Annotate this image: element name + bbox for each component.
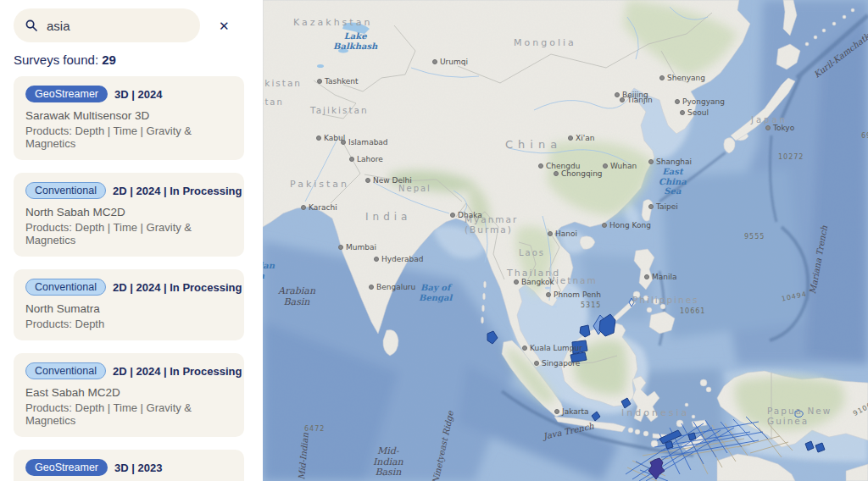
survey-card-list: GeoStreamer 3D | 2024 Sarawak Multisenso… [14, 76, 244, 481]
survey-meta: 2D | 2024 | In Processing [113, 365, 242, 378]
survey-name: Sarawak Multisensor 3D [25, 109, 232, 122]
survey-meta: 2D | 2024 | In Processing [113, 281, 242, 294]
survey-meta: 2D | 2024 | In Processing [113, 185, 242, 197]
app: { "colors": { "badge_geostreamer": "#416… [0, 0, 868, 481]
search-icon [25, 19, 37, 31]
survey-card[interactable]: Conventional 2D | 2024 | In Processing E… [14, 353, 244, 437]
survey-name: North Sumatra [25, 302, 232, 315]
survey-products: Products: Depth [25, 318, 232, 330]
search-input[interactable] [45, 18, 217, 34]
survey-type-badge: GeoStreamer [25, 86, 108, 102]
survey-card[interactable]: GeoStreamer 3D | 2024 Sarawak Multisenso… [14, 76, 244, 160]
survey-products: Products: Depth | Time | Gravity & Magne… [25, 124, 232, 150]
map-canvas[interactable] [263, 0, 868, 481]
survey-card[interactable]: Conventional 2D | 2024 | In Processing N… [14, 269, 244, 340]
survey-card[interactable]: Conventional 2D | 2024 | In Processing N… [14, 173, 244, 257]
search-box[interactable]: ✕ [14, 8, 200, 42]
results-count: 29 [102, 53, 116, 67]
survey-card[interactable]: GeoStreamer 3D | 2023 Sabah Multisensor … [14, 450, 244, 481]
survey-type-badge: GeoStreamer [25, 459, 108, 476]
survey-meta: 3D | 2023 [114, 462, 162, 474]
clear-search-button[interactable]: ✕ [217, 19, 231, 32]
survey-type-badge: Conventional [25, 279, 106, 296]
survey-meta: 3D | 2024 [114, 88, 162, 101]
map-viewport[interactable]: KazakhstanMongoliaUzbekistanKyrgyzstanTa… [263, 0, 868, 481]
survey-type-badge: Conventional [25, 362, 106, 379]
results-label: Surveys found: [14, 53, 98, 67]
terrain-grain [263, 0, 868, 481]
results-count-row: Surveys found: 29 [14, 53, 116, 67]
survey-products: Products: Depth | Time | Gravity & Magne… [25, 221, 232, 246]
survey-type-badge: Conventional [25, 182, 106, 199]
survey-name: North Sabah MC2D [25, 206, 232, 218]
survey-name: East Sabah MC2D [25, 386, 232, 399]
survey-search-sidebar: ✕ Surveys found: 29 GeoStreamer 3D | 202… [0, 0, 263, 481]
survey-products: Products: Depth | Time | Gravity & Magne… [25, 401, 232, 427]
